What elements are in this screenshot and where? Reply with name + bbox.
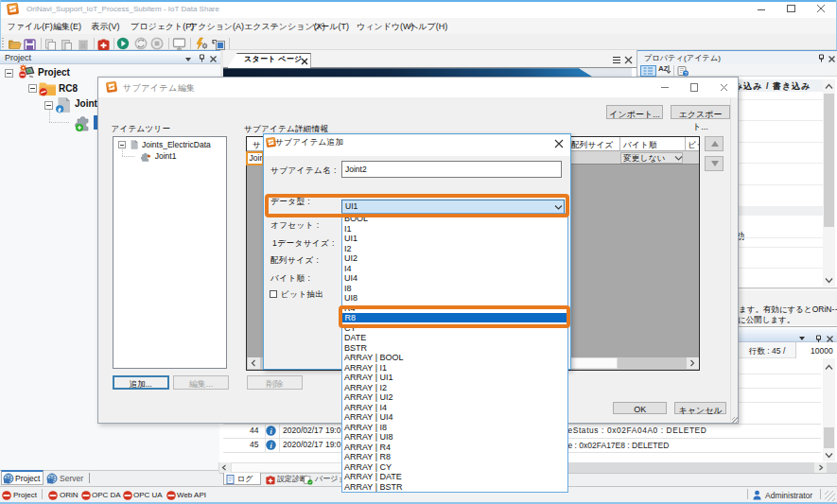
svg-text:?: ?: [684, 70, 687, 76]
